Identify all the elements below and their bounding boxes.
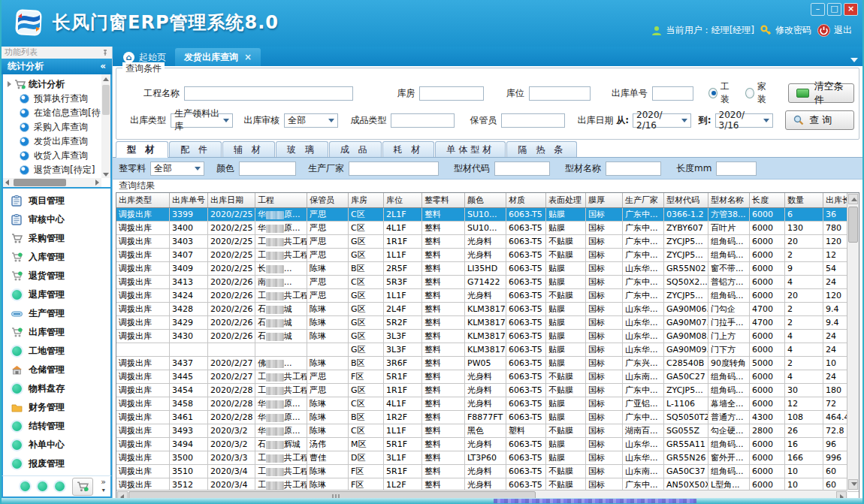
table-vertical-scrollbar[interactable] — [847, 193, 859, 490]
out-no-input[interactable] — [652, 86, 693, 101]
sidebar-item-报废管理[interactable]: 报废管理 — [3, 454, 110, 473]
sidebar-item-结转管理[interactable]: 结转管理 — [3, 417, 110, 436]
out-audit-select[interactable]: 全部 — [284, 113, 338, 128]
maximize-button[interactable]: □ — [827, 3, 841, 16]
table-row[interactable]: 调拨出库34942020/3/2石辉城汤伟M区5R1F整料光身料6063-T5贴… — [116, 438, 859, 451]
table-row[interactable]: 调拨出库34032020/2/25工共工程严思G区1R1F整料光身料6063-T… — [116, 235, 859, 249]
pin-icon[interactable] — [101, 49, 109, 56]
column-header-工程[interactable]: 工程 — [255, 193, 307, 208]
tab-发货出库查询[interactable]: 发货出库查询× — [175, 48, 261, 66]
collapse-icon[interactable]: « — [100, 59, 106, 74]
sidebar-item-项目管理[interactable]: 项目管理 — [3, 192, 110, 210]
tree-item-1[interactable]: 在途信息查询[待 — [8, 106, 109, 120]
column-header-库房[interactable]: 库房 — [349, 193, 384, 208]
sidebar-item-物料盘存[interactable]: 物料盘存 — [3, 379, 110, 398]
tree-root-statistics[interactable]: 统计分析 — [8, 77, 109, 92]
column-header-颜色[interactable]: 颜色 — [465, 193, 506, 208]
table-row[interactable]: 调拨出库34372020/2/27佛...陈琳B区3R6F整料PW056063-… — [116, 357, 859, 370]
sidebar-item-补单中心[interactable]: 补单中心 — [3, 436, 110, 454]
code-input[interactable] — [494, 161, 550, 176]
search-button[interactable]: 查 询 — [785, 110, 854, 130]
material-tab-配件[interactable]: 配 件 — [169, 141, 222, 157]
tree-item-4[interactable]: 收货入库查询 — [8, 149, 109, 163]
product-type-input[interactable] — [391, 113, 455, 128]
column-header-长度[interactable]: 长度 — [750, 193, 785, 208]
radio-gongzhuang-icon[interactable] — [708, 88, 717, 98]
sidebar-item-退货管理[interactable]: 退货管理 — [3, 267, 110, 285]
clear-conditions-button[interactable]: 清空条件 — [788, 83, 854, 103]
sidebar-item-财务管理[interactable]: 财务管理 — [3, 398, 110, 417]
footer-circle-icon[interactable] — [38, 481, 47, 491]
column-header-整零料[interactable]: 整零料 — [422, 193, 465, 208]
column-header-型材代码[interactable]: 型材代码 — [664, 193, 708, 208]
table-row[interactable]: 调拨出库34072020/2/25工共工程严思G区1L1F整料光身料6063-T… — [116, 249, 859, 262]
column-header-生产厂家[interactable]: 生产厂家 — [623, 193, 664, 208]
column-header-表面处理[interactable]: 表面处理 — [546, 193, 586, 208]
sidebar-item-出库管理[interactable]: 出库管理 — [3, 323, 110, 342]
maker-input[interactable] — [349, 161, 439, 176]
footer-circle-icon[interactable] — [20, 481, 30, 491]
home-decor-radio[interactable]: 家装 — [745, 80, 772, 106]
warehouse-input[interactable] — [419, 86, 483, 101]
table-row[interactable]: 调拨出库35102020/3/4工共工程陈琳F区5R1F整料光身料6063-T5… — [116, 465, 859, 478]
location-input[interactable] — [529, 86, 591, 101]
project-name-input[interactable] — [184, 86, 353, 101]
sidebar-item-采购管理[interactable]: 采购管理 — [3, 229, 110, 248]
logout-link[interactable]: 退出 — [817, 24, 852, 37]
radio-jiazhuang-icon[interactable] — [745, 88, 754, 98]
sidebar-item-入库管理[interactable]: 入库管理 — [3, 248, 110, 267]
material-tab-单体型材[interactable]: 单体型材 — [435, 141, 506, 157]
sidebar-item-退库管理[interactable]: 退库管理 — [3, 285, 110, 304]
table-row[interactable]: 调拨出库34282020/2/26石城陈琳G区2L4F整料KLM38176063… — [116, 303, 859, 316]
column-header-膜厚[interactable]: 膜厚 — [586, 193, 623, 208]
material-tab-成品[interactable]: 成 品 — [329, 141, 382, 157]
material-tab-玻璃[interactable]: 玻 璃 — [276, 141, 328, 157]
sidebar-item-生产管理[interactable]: 生产管理 — [3, 304, 110, 323]
material-tab-型材[interactable]: 型 材 — [116, 141, 168, 158]
tree-item-2[interactable]: 采购入库查询 — [8, 120, 109, 134]
table-row[interactable]: 调拨出库34292020/2/26石城陈琳G区5R2F整料KLM38176063… — [116, 316, 859, 330]
material-tab-隔热条[interactable]: 隔 热 条 — [506, 141, 577, 157]
out-type-select[interactable]: 生产领料出库 — [171, 113, 233, 128]
table-row[interactable]: 调拨出库34612020/2/28华原...陈琳B区1R2F整料F8877FT6… — [116, 411, 859, 424]
minimize-button[interactable]: – — [811, 3, 825, 16]
tree-item-0[interactable]: 预算执行查询 — [8, 92, 109, 106]
tab-list-dropdown-icon[interactable] — [850, 58, 858, 62]
sidebar-item-仓储管理[interactable]: 仓储管理 — [3, 361, 110, 379]
tree-item-5[interactable]: 退货查询[待定] — [8, 163, 109, 177]
table-row[interactable]: 调拨出库34302020/2/26石城陈琳G区3L3F整料KLM38176063… — [116, 330, 859, 343]
table-row[interactable]: 调拨出库34132020/2/26南...严思C区5R3F整料G71422606… — [116, 276, 859, 289]
footer-circle-icon[interactable] — [55, 481, 65, 491]
column-header-出库单号[interactable]: 出库单号 — [170, 193, 208, 208]
sidebar-item-审核中心[interactable]: 审核中心 — [3, 210, 110, 229]
table-row[interactable]: 调拨出库34002020/2/25华原...严思C区4L1F整料SU10...6… — [116, 222, 859, 235]
column-header-出库日期[interactable]: 出库日期 — [208, 193, 255, 208]
column-header-出库类型[interactable]: 出库类型 — [116, 193, 170, 208]
keeper-input[interactable] — [501, 113, 565, 128]
table-row[interactable]: G区3L3F整料KLM38176063-T5贴膜国标山东华...GA90M09.… — [116, 343, 859, 357]
name-input[interactable] — [606, 161, 661, 176]
material-tab-辅材[interactable]: 辅 材 — [222, 141, 275, 157]
column-header-数量[interactable]: 数量 — [785, 193, 823, 208]
tree-expand-icon[interactable] — [8, 81, 11, 87]
table-row[interactable]: 调拨出库33992020/2/25华原...严思C区2L1F整料SU10...6… — [116, 208, 859, 222]
tab-close-icon[interactable]: × — [244, 52, 252, 62]
date-to-picker[interactable]: 2020/ 3/16 — [715, 113, 774, 128]
column-header-材质[interactable]: 材质 — [506, 193, 546, 208]
column-header-保管员[interactable]: 保管员 — [307, 193, 349, 208]
change-password-link[interactable]: 修改密码 — [760, 24, 811, 37]
table-row[interactable]: 调拨出库34582020/2/28华原...陈琳C区4L1F整料光身料6063-… — [116, 397, 859, 411]
column-header-型材名称[interactable]: 型材名称 — [708, 193, 750, 208]
date-from-picker[interactable]: 2020/ 2/16 — [633, 113, 691, 128]
length-input[interactable] — [716, 161, 757, 176]
footer-cart-button[interactable] — [72, 478, 93, 496]
close-button[interactable]: × — [844, 3, 858, 16]
table-row[interactable]: 调拨出库34452020/2/27工共工程严思F区5R1F整料光身料6063-T… — [116, 370, 859, 384]
table-row[interactable]: 调拨出库34542020/2/28工共工程严思G区1R1F整料光身料6063-T… — [116, 384, 859, 397]
table-row[interactable]: 调拨出库34092020/2/25长...陈琳B区2R5F整料LI35HD606… — [116, 262, 859, 276]
color-input[interactable] — [239, 161, 296, 176]
table-row[interactable]: 调拨出库35002020/3/3工共工程曹佳D区3L1F整料LT3P606063… — [116, 451, 859, 465]
table-row[interactable]: 调拨出库34242020/2/26工共工程严思G区1L1F整料光身料6063-T… — [116, 289, 859, 303]
tree-horizontal-scrollbar[interactable] — [3, 178, 101, 187]
table-row[interactable]: 调拨出库34932020/3/2华原...陈琳C区1L1F整料黑色塑料不贴膜国标… — [116, 424, 859, 438]
